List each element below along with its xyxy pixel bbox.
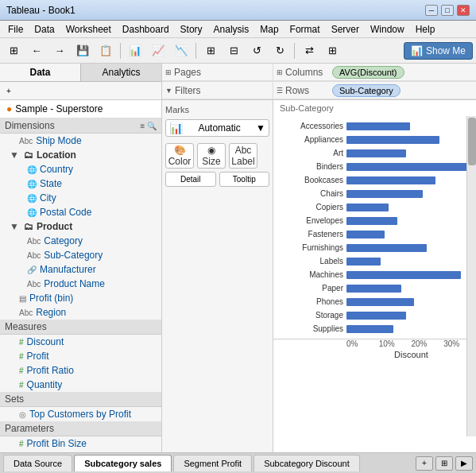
param-top-customers[interactable]: # Top Customers bbox=[0, 451, 161, 452]
detail-button[interactable]: Detail bbox=[165, 172, 216, 187]
data-source-icon: ● bbox=[6, 103, 12, 114]
dim-product-name[interactable]: Abc Product Name bbox=[0, 277, 161, 291]
bar-row[interactable]: Art bbox=[280, 146, 470, 160]
rows-pill[interactable]: Sub-Category bbox=[332, 84, 401, 97]
bar-row[interactable]: Labels bbox=[280, 254, 470, 268]
tab-data[interactable]: Data bbox=[0, 64, 81, 81]
swap-button[interactable]: ⇄ bbox=[299, 41, 319, 60]
toolbar-button[interactable]: ⊞ bbox=[3, 41, 24, 60]
bar-row[interactable]: Binders bbox=[280, 160, 470, 173]
dim-postal-code[interactable]: 🌐 Postal Code bbox=[0, 205, 161, 219]
dim-category[interactable]: Abc Category bbox=[0, 234, 161, 248]
bar-track bbox=[346, 136, 470, 144]
link-icon: 🔗 bbox=[27, 266, 37, 274]
menu-item-map[interactable]: Map bbox=[255, 22, 283, 37]
tab-grid-button[interactable]: ⊞ bbox=[435, 456, 453, 471]
menu-item-window[interactable]: Window bbox=[366, 22, 409, 37]
dim-state[interactable]: 🌐 State bbox=[0, 176, 161, 191]
hash-icon2: # bbox=[19, 352, 24, 361]
bar-row[interactable]: Paper bbox=[280, 281, 470, 295]
bar-chart-button[interactable]: 📊 bbox=[125, 41, 145, 60]
group-button[interactable]: ⊞ bbox=[200, 41, 221, 60]
bar-row[interactable]: Bookcases bbox=[280, 173, 470, 187]
tab-subcategory-sales[interactable]: Subcategory sales bbox=[74, 455, 172, 471]
label-button[interactable]: Abc Label bbox=[229, 143, 257, 169]
menu-item-data[interactable]: Data bbox=[29, 22, 59, 37]
dim-subcategory[interactable]: Abc Sub-Category bbox=[0, 248, 161, 262]
dim-manufacturer[interactable]: 🔗 Manufacturer bbox=[0, 262, 161, 277]
bar-label: Bookcases bbox=[280, 176, 343, 184]
save-button[interactable]: 💾 bbox=[72, 41, 93, 60]
bar-track bbox=[346, 190, 470, 198]
tab-segment-profit[interactable]: Segment Profit bbox=[173, 455, 252, 471]
bar-row[interactable]: Appliances bbox=[280, 133, 470, 146]
minimize-button[interactable]: ─ bbox=[425, 5, 438, 16]
menu-item-analysis[interactable]: Analysis bbox=[209, 22, 254, 37]
maximize-button[interactable]: □ bbox=[441, 5, 454, 16]
bar-fill bbox=[346, 176, 435, 184]
tab-subcategory-discount[interactable]: Subcategory Discount bbox=[253, 455, 360, 471]
scrollbar-thumb[interactable] bbox=[468, 118, 476, 165]
data-button[interactable]: 📋 bbox=[95, 41, 116, 60]
menu-item-worksheet[interactable]: Worksheet bbox=[61, 22, 116, 37]
add-data-icon[interactable]: + bbox=[2, 84, 15, 97]
set-top-customers[interactable]: ◎ Top Customers by Profit bbox=[0, 407, 161, 421]
data-source-item[interactable]: ● Sample - Superstore bbox=[0, 100, 161, 118]
dim-location-group[interactable]: ▼ 🗂 Location bbox=[0, 148, 161, 162]
marks-type-select[interactable]: 📊 Automatic ▼ bbox=[165, 119, 269, 137]
close-button[interactable]: ✕ bbox=[457, 5, 470, 16]
bar-row[interactable]: Machines bbox=[280, 268, 470, 281]
sort-button2[interactable]: ↻ bbox=[269, 41, 290, 60]
bar-row[interactable]: Phones bbox=[280, 295, 470, 308]
measure-profit[interactable]: # Profit bbox=[0, 349, 161, 363]
bar-row[interactable]: Envelopes bbox=[280, 214, 470, 227]
menu-item-file[interactable]: File bbox=[3, 22, 28, 37]
color-button[interactable]: 🎨 Color bbox=[165, 143, 194, 169]
measure-quantity[interactable]: # Quantity bbox=[0, 378, 161, 392]
show-me-button[interactable]: 📊 Show Me bbox=[404, 42, 473, 60]
tab-analytics[interactable]: Analytics bbox=[81, 64, 161, 81]
menu-item-server[interactable]: Server bbox=[327, 22, 364, 37]
dim-product-group[interactable]: ▼ 🗂 Product bbox=[0, 219, 161, 234]
chart-button2[interactable]: 📈 bbox=[148, 41, 168, 60]
tab-present-button[interactable]: ▶ bbox=[455, 456, 473, 471]
globe-icon3: 🌐 bbox=[27, 194, 37, 203]
menu-item-help[interactable]: Help bbox=[411, 22, 440, 37]
measure-profit-ratio[interactable]: # Profit Ratio bbox=[0, 363, 161, 378]
sort-button[interactable]: ↺ bbox=[246, 41, 267, 60]
bar-row[interactable]: Furnishings bbox=[280, 241, 470, 254]
bar-row[interactable]: Accessories bbox=[280, 119, 470, 133]
marks-icons: 🎨 Color ◉ Size Abc Label bbox=[165, 143, 269, 169]
param-profit-bin-size[interactable]: # Profit Bin Size bbox=[0, 436, 161, 451]
bar-label: Envelopes bbox=[280, 216, 343, 225]
bar-row[interactable]: Fasteners bbox=[280, 227, 470, 241]
menu-item-dashboard[interactable]: Dashboard bbox=[118, 22, 174, 37]
marks-type-label: Automatic bbox=[198, 122, 240, 134]
size-button[interactable]: ⊞ bbox=[322, 41, 342, 60]
tab-add-button[interactable]: + bbox=[416, 456, 433, 471]
bar-row[interactable]: Supplies bbox=[280, 322, 470, 335]
columns-pill[interactable]: AVG(Discount) bbox=[332, 66, 404, 79]
hash-icon5: # bbox=[19, 440, 24, 448]
dim-country[interactable]: 🌐 Country bbox=[0, 162, 161, 176]
dim-profit-bin[interactable]: ▤ Profit (bin) bbox=[0, 291, 161, 305]
size-button[interactable]: ◉ Size bbox=[197, 143, 226, 169]
back-button[interactable]: ← bbox=[26, 41, 47, 60]
dim-city[interactable]: 🌐 City bbox=[0, 191, 161, 205]
bar-row[interactable]: Chairs bbox=[280, 187, 470, 200]
bar-row[interactable]: Copiers bbox=[280, 200, 470, 214]
menu-item-format[interactable]: Format bbox=[285, 22, 325, 37]
bar-row[interactable]: Storage bbox=[280, 308, 470, 322]
viz-scrollbar[interactable] bbox=[466, 116, 476, 436]
forward-button[interactable]: → bbox=[49, 41, 70, 60]
measure-discount[interactable]: # Discount bbox=[0, 335, 161, 349]
dim-ship-mode[interactable]: Abc Ship Mode bbox=[0, 134, 161, 148]
tooltip-button[interactable]: Tooltip bbox=[219, 172, 270, 187]
tab-data-source[interactable]: Data Source bbox=[3, 455, 72, 471]
filter-button[interactable]: ⊟ bbox=[223, 41, 244, 60]
dim-region[interactable]: Abc Region bbox=[0, 305, 161, 320]
chart-button3[interactable]: 📉 bbox=[171, 41, 192, 60]
bar-label: Chairs bbox=[280, 189, 343, 198]
menu-item-story[interactable]: Story bbox=[176, 22, 207, 37]
x-tick: 20% bbox=[412, 339, 444, 348]
